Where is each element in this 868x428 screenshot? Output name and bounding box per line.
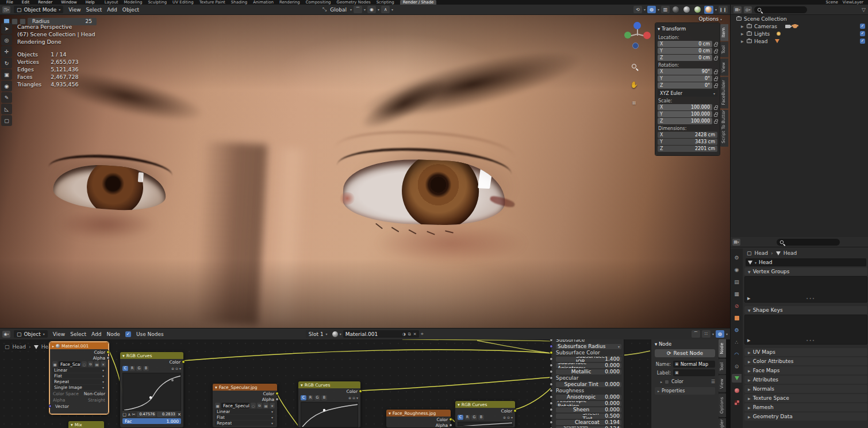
collapsed-panel-header[interactable]: ▶Color Attributes — [744, 357, 867, 365]
workspace-tab[interactable]: Shading — [231, 0, 247, 5]
image-selector[interactable]: ▦ Face_Specular.jpg ◌ ⧉ ▤ ✕ — [215, 403, 275, 408]
channel-c[interactable]: C — [301, 395, 306, 400]
slider-specular-tint[interactable]: Specular Tint0.000 — [556, 382, 621, 387]
use-nodes-checkbox[interactable]: ✓ — [125, 331, 131, 337]
lock-icon[interactable] — [714, 114, 717, 117]
gizmo-toggle-icon[interactable]: ⟲ — [633, 6, 642, 13]
outliner-row-lights[interactable]: ▶ Lights ✓ — [731, 30, 868, 37]
node-panel-header[interactable]: ▾ Node — [655, 341, 715, 347]
collection-checkbox[interactable]: ✓ — [860, 24, 865, 29]
reset-node-button[interactable]: ⟳Reset Node — [655, 349, 715, 357]
snap-icon[interactable]: ⌒ — [354, 6, 362, 13]
curve-options-icon[interactable]: ▾ — [511, 415, 513, 419]
extend-icon[interactable]: ∧ — [128, 412, 131, 417]
xray-toggle-icon[interactable]: ▥ — [661, 6, 670, 13]
node-image-texture-roughness[interactable]: ▾ Face_Roughness.jpg Color Alpha — [386, 409, 451, 428]
unlink-image-icon[interactable]: ✕ — [270, 403, 275, 408]
navigation-gizmo[interactable] — [624, 22, 652, 52]
vertex-groups-panel-header[interactable]: ▼Vertex Groups — [744, 268, 867, 276]
properties-subpanel[interactable]: ▸Properties — [655, 387, 715, 395]
pan-hand-icon[interactable]: ✋ — [629, 79, 639, 90]
workspace-tab-active[interactable]: Render / Shade — [400, 0, 437, 5]
number-field[interactable]: Z100.000 — [658, 118, 712, 124]
slider-sheen-tint[interactable]: Sheen Tint0.500 — [556, 414, 621, 419]
channel-r[interactable]: R — [464, 415, 470, 420]
camera-view-icon[interactable]: ⌗ — [629, 98, 639, 108]
browse-image-icon[interactable]: ◌ — [82, 361, 87, 367]
zoom-out-icon[interactable]: ⊖ — [352, 396, 355, 400]
lock-icon[interactable] — [714, 44, 717, 47]
collapsed-panel-header[interactable]: ▶UV Maps — [744, 348, 867, 356]
collapsed-panel-header[interactable]: ▶Attributes — [744, 376, 867, 384]
slider-subsurface-anisotropy[interactable]: Subsurface Anisotropy0.000 — [556, 363, 621, 368]
workspace-tab[interactable]: Animation — [253, 0, 274, 5]
channel-c[interactable]: C — [458, 415, 463, 420]
node-editor-menu-item[interactable]: Node — [105, 331, 122, 337]
outliner-row-head[interactable]: ▶ Head ✓ — [731, 37, 868, 45]
editor-type-icon[interactable]: ◉▾ — [2, 331, 10, 338]
node-name-field[interactable]: ▣Normal Map — [673, 361, 715, 368]
ne-tab-options[interactable]: Options — [719, 393, 726, 417]
number-field[interactable]: X0 cm — [658, 41, 712, 47]
outliner-row-scene-collection[interactable]: Scene Collection — [731, 15, 868, 22]
expand-icon[interactable]: ▶ — [747, 296, 750, 301]
sidebar-tab-tool[interactable]: Tool — [720, 42, 728, 58]
shader-type-selector[interactable]: ▢ Object▾ — [14, 330, 48, 338]
editor-type-icon[interactable]: ▤▾ — [732, 239, 740, 246]
node-editor-menu-item[interactable]: View — [51, 331, 67, 337]
tool-button[interactable]: ✎ — [1, 92, 12, 103]
material-slot-dropdown[interactable]: Slot 1▾ — [306, 330, 331, 338]
app-menu-item[interactable]: Edit — [20, 0, 32, 5]
fake-user-shield-icon[interactable]: ◑ — [402, 332, 406, 337]
lock-icon[interactable] — [714, 71, 717, 74]
overlays-toggle-icon[interactable]: ◍ — [647, 6, 656, 13]
viewlayer-selector[interactable]: ViewLayer — [843, 0, 863, 5]
node-rgb-curves-2[interactable]: ▾ RGB Curves Color C R G B ⊕ ⊖ ▾ — [298, 381, 361, 428]
shading-material-icon[interactable] — [693, 6, 702, 14]
app-menu-item[interactable]: Help — [84, 0, 97, 5]
slider-subsurface-ior[interactable]: Subsurface IOR1.400 — [556, 357, 621, 362]
viewport-menu-item[interactable]: Add — [105, 7, 118, 13]
viewport-menu-item[interactable]: Select — [85, 7, 104, 13]
node-overlays-icon[interactable]: ∷ — [702, 330, 710, 338]
channel-b[interactable]: B — [478, 415, 484, 420]
workspace-tab[interactable]: Rendering — [279, 0, 300, 5]
node-label-field[interactable]: ▣ — [673, 369, 715, 376]
node-editor-canvas[interactable]: ▢Head › Head ▸Material.001 Color Alpha ▦… — [0, 339, 725, 428]
channel-r[interactable]: R — [129, 366, 135, 371]
rotation-mode-dropdown[interactable]: XYZ Euler▾ — [658, 90, 717, 97]
point-x-field[interactable]: 0.47576 — [137, 412, 156, 417]
delete-point-icon[interactable]: ✕ — [178, 412, 181, 417]
snap-node-icon[interactable]: ⌒ — [692, 330, 700, 338]
curve-widget[interactable] — [301, 402, 358, 427]
tab-material[interactable] — [732, 386, 742, 395]
object-checkbox[interactable]: ✓ — [860, 39, 865, 44]
shading-wireframe-icon[interactable] — [671, 6, 681, 14]
sidebar-tab-view[interactable]: View — [720, 59, 728, 76]
zoom-icon[interactable] — [629, 61, 639, 71]
number-field[interactable]: Y0° — [658, 75, 712, 82]
node-editor-menu-item[interactable]: Select — [68, 331, 88, 337]
open-image-icon[interactable]: ▤ — [94, 361, 99, 367]
tab-view-layer[interactable]: ▦ — [732, 289, 742, 298]
pin-icon[interactable]: ⌖ — [421, 331, 424, 337]
collapsed-panel-header[interactable]: ▶Geometry Data — [744, 412, 867, 421]
workspace-tab[interactable]: Sculpting — [148, 0, 167, 5]
tab-world[interactable]: ⊘ — [732, 301, 742, 310]
unlink-material-icon[interactable]: ✕ — [413, 332, 417, 337]
tool-button[interactable]: ▣ — [1, 69, 12, 80]
workspace-tab[interactable]: Compositing — [306, 0, 331, 5]
collapsed-panel-header[interactable]: ▶Face Maps — [744, 366, 867, 375]
viewport-3d[interactable]: Radius 25 ➤◎✛↻▣◉✎◺▢ Camera Perspective (… — [0, 15, 730, 328]
tab-modifiers[interactable]: ⚙ — [732, 326, 742, 334]
slider-metallic[interactable]: Metallic0.000 — [556, 369, 621, 375]
node-dropdown[interactable]: Repeat▾ — [52, 379, 106, 384]
node-principled-bsdf[interactable]: Subsurface Subsurface Radius▾ Subsurface… — [551, 339, 624, 428]
vertex-groups-list[interactable]: ▶ ∙∙∙ — [744, 276, 867, 303]
number-field[interactable]: Z0 cm — [658, 55, 712, 61]
lock-icon[interactable] — [714, 78, 717, 81]
ne-tab-view[interactable]: View — [719, 375, 726, 392]
tab-render[interactable]: ◉ — [732, 265, 742, 274]
zoom-out-icon[interactable]: ⊖ — [507, 415, 510, 419]
curve-options-icon[interactable]: ▾ — [179, 366, 181, 370]
